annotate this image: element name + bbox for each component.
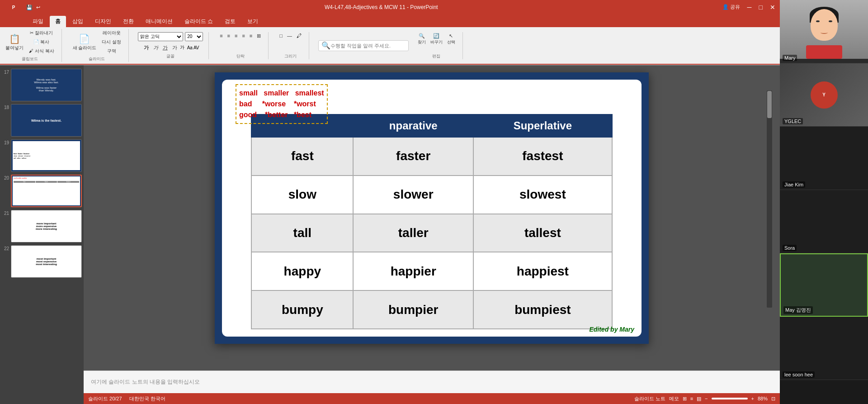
tab-view[interactable]: 보기	[242, 16, 264, 27]
reset-button[interactable]: 다시 설정	[100, 38, 123, 46]
mary-bg	[780, 0, 868, 59]
yglec-video: Y	[780, 63, 868, 126]
logo-text: P	[12, 5, 15, 10]
format-copy-button[interactable]: 🖌 서식 복사	[27, 47, 56, 55]
underline-button[interactable]: 가	[161, 43, 170, 52]
slide-preview-17[interactable]: Wendy was fast.Wilma was also fast.Wilma…	[11, 69, 82, 101]
shape-fill-button[interactable]: 🖍	[295, 32, 303, 39]
rect-button[interactable]: □	[278, 32, 284, 39]
strikethrough-button[interactable]: 가	[170, 43, 179, 52]
quick-save[interactable]: 💾	[26, 5, 33, 10]
slide19-table: fastfasterfastest slowslowerslowest tall…	[13, 141, 80, 170]
font-color-label: Aa	[187, 45, 193, 50]
copy-button[interactable]: 📄 복사	[27, 38, 56, 46]
align-left-button[interactable]: ≡	[233, 32, 239, 40]
view-reader[interactable]: ▤	[697, 396, 701, 402]
columns-button[interactable]: ⊞	[255, 32, 263, 40]
vertical-scrollbar[interactable]	[767, 90, 772, 308]
view-normal[interactable]: ⊞	[683, 396, 687, 402]
replace-button[interactable]: 🔄바꾸기	[429, 32, 444, 46]
edited-by: Edited by Mary	[589, 326, 634, 333]
cell-bumpy: bumpy	[251, 290, 353, 329]
search-input[interactable]	[330, 43, 406, 48]
numbering-button[interactable]: ≡	[226, 32, 232, 40]
zoom-minus[interactable]: −	[705, 396, 708, 401]
view-slider[interactable]: ≡	[690, 396, 693, 401]
slide-preview-22[interactable]: most importantmost expensivemost interes…	[11, 245, 82, 278]
search-box[interactable]: 🔍	[318, 40, 409, 51]
align-center-button[interactable]: ≡	[240, 32, 246, 40]
status-left: 슬라이드 20/27 대한민국 한국어	[88, 395, 165, 402]
slide-panel[interactable]: 17 Wendy was fast.Wilma was also fast.Wi…	[0, 65, 84, 404]
slide-preview-21[interactable]: more importantmore expensivemore interes…	[11, 210, 82, 242]
slide-notes-btn[interactable]: 슬라이드 노트	[634, 395, 665, 402]
new-slide-button[interactable]: 📄 새 슬라이드	[71, 33, 99, 52]
paste-button[interactable]: 📋 붙여넣기	[4, 33, 25, 52]
zoom-slider[interactable]	[712, 398, 748, 399]
tab-home[interactable]: 홈	[50, 16, 66, 27]
share-button[interactable]: 👤 공유	[722, 4, 740, 11]
slide-thumb-21[interactable]: 21 more importantmore expensivemore inte…	[2, 210, 82, 242]
cell-slower: slower	[353, 176, 473, 214]
section-button[interactable]: 구역	[100, 47, 123, 55]
cell-slowest: slowest	[473, 176, 612, 214]
font-size-select[interactable]: 20	[185, 32, 203, 41]
cut-button[interactable]: ✂ 잘라내기	[27, 29, 56, 37]
font-size-small: 가	[180, 44, 184, 51]
jiae-video	[780, 127, 868, 190]
fit-slide[interactable]: ⊡	[771, 396, 775, 402]
slide-background: small smaller smallest bad *worse *worst…	[215, 72, 649, 344]
scroll-thumb[interactable]	[767, 91, 772, 118]
language-status: 대한민국 한국어	[129, 395, 165, 402]
tab-review[interactable]: 검토	[219, 16, 241, 27]
slide-preview-18[interactable]: Wilma is the fastest.	[11, 104, 82, 137]
tab-file[interactable]: 파일	[27, 16, 49, 27]
line-button[interactable]: —	[285, 32, 294, 39]
right-eye	[829, 20, 832, 22]
italic-button[interactable]: 가	[151, 43, 160, 52]
clipboard-buttons: 📋 붙여넣기 ✂ 잘라내기 📄 복사 🖌 서식 복사	[4, 29, 56, 55]
paste-icon: 📋	[9, 33, 20, 44]
tab-slideshow[interactable]: 슬라이드 쇼	[179, 16, 218, 27]
minimize-button[interactable]: ─	[747, 4, 752, 11]
font-family-select[interactable]: 맑은 고딕	[138, 32, 183, 41]
word-examples: small smaller smallest bad *worse *worst…	[236, 84, 328, 124]
find-icon: 🔍	[419, 33, 425, 39]
bullet-button[interactable]: ≡	[218, 32, 224, 40]
slide-inner-box[interactable]: small smaller smallest bad *worse *worst…	[222, 80, 642, 337]
participant-may: May 김명진	[780, 253, 868, 317]
cell-faster: faster	[353, 137, 473, 176]
maximize-button[interactable]: □	[759, 4, 763, 11]
tab-design[interactable]: 디자인	[90, 16, 117, 27]
notes-area[interactable]: 여기에 슬라이드 노트의 내용을 입력하십시오	[84, 371, 780, 393]
slide-thumb-17[interactable]: 17 Wendy was fast.Wilma was also fast.Wi…	[2, 69, 82, 101]
close-button[interactable]: ✕	[770, 4, 775, 11]
tab-transition[interactable]: 전환	[118, 16, 139, 27]
select-button[interactable]: ↖선택	[445, 32, 457, 46]
quick-undo[interactable]: ↩	[36, 5, 40, 10]
slide-thumb-19[interactable]: 19 fastfasterfastest slowslowerslowest t…	[2, 139, 82, 172]
ribbon: 파일 홈 삽입 디자인 전환 애니메이션 슬라이드 쇼 검토 보기 📋 붙여넣기…	[0, 14, 780, 65]
slide-preview-19[interactable]: fastfasterfastest slowslowerslowest tall…	[11, 139, 82, 172]
edit-group: 🔍찾기 🔄바꾸기 ↖선택 편집	[416, 32, 463, 59]
slide-thumb-20[interactable]: 20 small smaller smallest fast faster fa…	[2, 175, 82, 207]
tab-animation[interactable]: 애니메이션	[140, 16, 178, 27]
zoom-level[interactable]: 88%	[758, 396, 768, 401]
slide-num-19: 19	[2, 139, 9, 145]
notes-btn[interactable]: 메모	[669, 395, 679, 402]
slide-info: 슬라이드 20/27	[88, 395, 122, 402]
slide18-text: Wilma is the fastest.	[31, 119, 61, 122]
tab-insert[interactable]: 삽입	[67, 16, 89, 27]
layout-button[interactable]: 레이아웃	[100, 29, 123, 37]
find-button[interactable]: 🔍찾기	[416, 32, 428, 46]
bold-button[interactable]: 가	[142, 43, 151, 52]
align-right-button[interactable]: ≡	[248, 32, 254, 40]
cell-happiest: happiest	[473, 252, 612, 290]
zoom-plus[interactable]: +	[751, 396, 754, 401]
slide-preview-20[interactable]: small smaller smallest fast faster faste…	[11, 175, 82, 207]
slide-thumb-18[interactable]: 18 Wilma is the fastest.	[2, 104, 82, 137]
slide-thumb-22[interactable]: 22 most importantmost expensivemost inte…	[2, 245, 82, 278]
title-bar-left: P 💾 ↩	[5, 2, 40, 13]
clipboard-group: 📋 붙여넣기 ✂ 잘라내기 📄 복사 🖌 서식 복사 클립보드	[4, 29, 62, 62]
jiae-name: Jiae Kim	[783, 181, 805, 188]
